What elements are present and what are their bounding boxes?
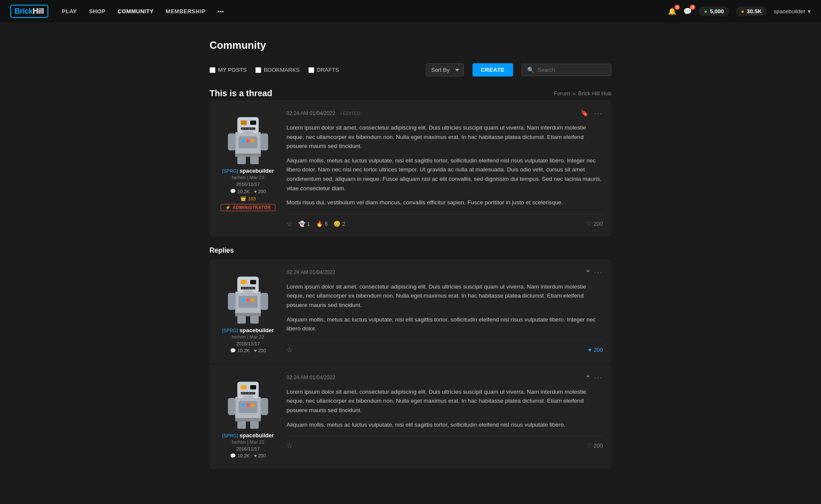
svg-point-14 — [246, 139, 250, 142]
search-input[interactable] — [537, 67, 606, 73]
nav-play[interactable]: PLAY — [62, 8, 77, 15]
fire-emoji: 🔥 — [316, 221, 323, 227]
coins-icon: ● — [741, 8, 744, 15]
quote-button-2[interactable]: ❝ — [586, 373, 590, 382]
more-options-button-2[interactable]: ··· — [594, 373, 603, 382]
svg-rect-47 — [245, 392, 247, 394]
main-post-like-count[interactable]: ♡ 200 — [586, 221, 603, 227]
reply-1-body: 02:24 AM 01/04/2022 ❝ ··· Lorem ipsum do… — [286, 268, 603, 355]
svg-rect-48 — [248, 392, 250, 394]
admin-icon: ⚡ — [225, 205, 231, 210]
svg-rect-25 — [250, 280, 256, 284]
chevron-down-icon: ▾ — [808, 8, 811, 15]
bricks-value: 5,000 — [710, 8, 724, 15]
svg-rect-57 — [228, 398, 236, 415]
reply-2-avatar-svg — [224, 373, 272, 429]
breadcrumb-forum[interactable]: Forum — [554, 90, 570, 97]
svg-rect-9 — [245, 128, 247, 130]
nav-shop[interactable]: SHOP — [89, 8, 106, 15]
star-button-1[interactable]: ☆ — [286, 346, 292, 354]
reply-2: [SPRG] spacebuilder he/him | Mar 22 2016… — [210, 365, 611, 469]
svg-rect-46 — [242, 392, 244, 394]
svg-rect-24 — [241, 280, 247, 284]
svg-rect-56 — [250, 421, 259, 429]
my-posts-filter[interactable]: MY POSTS — [210, 67, 247, 73]
heart-filled-icon: ♥ — [588, 347, 592, 353]
svg-rect-8 — [242, 128, 244, 130]
svg-rect-27 — [242, 287, 244, 289]
breadcrumb-hub[interactable]: Brick Hill Hub — [578, 90, 611, 97]
chat-notification-button[interactable]: 💬 3 — [683, 7, 692, 15]
create-button[interactable]: CREATE — [473, 63, 513, 77]
ghost-reaction[interactable]: 👻 1 — [298, 221, 310, 227]
more-options-button-1[interactable]: ··· — [594, 268, 603, 277]
svg-rect-54 — [235, 418, 261, 421]
quote-button-1[interactable]: ❝ — [586, 268, 590, 277]
reply-2-like-count[interactable]: ♡ 200 — [586, 442, 603, 449]
main-post-username: [SPRG] spacebuilder — [222, 168, 274, 174]
svg-rect-19 — [228, 133, 236, 150]
avatar-svg — [224, 109, 272, 164]
svg-rect-30 — [251, 287, 253, 289]
search-icon: 🔍 — [527, 67, 534, 73]
reply-2-stats: 💬 10.2K ♥ 200 — [230, 453, 266, 459]
star-button-2[interactable]: ☆ — [286, 442, 292, 450]
reply-2-like-number: 200 — [594, 442, 603, 449]
nav-right: 🔔 5 💬 3 ● 5,000 ● 30.5K spacebuilder ▾ — [668, 6, 811, 16]
svg-rect-58 — [260, 398, 268, 415]
main-post-join-date: 2016/11/17 — [236, 182, 260, 187]
bookmarks-checkbox[interactable] — [255, 67, 261, 73]
logo-hill: Hill — [33, 7, 44, 15]
posts-stat: 💬 10.2K — [230, 189, 250, 194]
nav-community[interactable]: COMMUNITY — [118, 8, 154, 15]
reply-2-text: Lorem ipsum dolor sit amet, consectetur … — [286, 387, 603, 429]
drafts-filter[interactable]: DRAFTS — [308, 67, 339, 73]
main-post-user-meta: he/him | Mar 22 — [232, 175, 264, 180]
main-post-para-2: Aliquam mollis, metus ac luctus vulputat… — [286, 156, 603, 193]
breadcrumb-separator: » — [573, 90, 576, 97]
username-nav: spacebuilder — [774, 8, 805, 15]
logo[interactable]: BrickHill — [10, 5, 48, 18]
smile-reaction[interactable]: 😊 2 — [334, 221, 345, 227]
star-button[interactable]: ☆ — [286, 220, 292, 228]
nav-more[interactable]: ••• — [218, 8, 224, 15]
ghost-count: 1 — [307, 221, 310, 227]
fire-reaction[interactable]: 🔥 6 — [316, 221, 328, 227]
user-menu[interactable]: spacebuilder ▾ — [774, 8, 811, 15]
reply-1-avatar-svg — [224, 268, 272, 324]
reply-2-username: [SPRG] spacebuilder — [222, 432, 274, 439]
reply-1-posts: 💬 10.2K — [230, 348, 250, 354]
heart-icon: ♡ — [586, 221, 591, 227]
reply-2-time: 02:24 AM 01/04/2022 — [286, 374, 335, 380]
svg-point-34 — [251, 298, 254, 302]
reply-1-para-1: Lorem ipsum dolor sit amet, consectetur … — [286, 282, 603, 310]
reply-1-like-count[interactable]: ♥ 200 — [588, 347, 603, 353]
drafts-label: DRAFTS — [317, 67, 339, 73]
hearts-stat: ♥ 200 — [254, 189, 266, 194]
svg-rect-20 — [260, 133, 268, 150]
sort-by-select[interactable]: Sort By Newest Oldest Popular — [426, 63, 464, 77]
my-posts-checkbox[interactable] — [210, 67, 216, 73]
reply-2-meta-row: 02:24 AM 01/04/2022 ❝ ··· — [286, 373, 603, 382]
main-post-avatar — [224, 109, 272, 164]
svg-rect-29 — [248, 287, 250, 289]
reply-1-text: Lorem ipsum dolor sit amet, consectetur … — [286, 282, 603, 333]
crown-count: 163 — [248, 196, 256, 201]
reply-1-stats: 💬 10.2K ♥ 200 — [230, 348, 266, 354]
reply-2-para-1: Lorem ipsum dolor sit amet, consectetur … — [286, 387, 603, 415]
svg-point-53 — [251, 404, 254, 407]
reply-1-like-number: 200 — [594, 347, 603, 353]
coins-value: 30.5K — [747, 8, 762, 15]
more-options-button[interactable]: ··· — [594, 109, 603, 118]
bell-notification-button[interactable]: 🔔 5 — [668, 7, 676, 15]
svg-point-32 — [242, 298, 245, 302]
bookmarks-filter[interactable]: BOOKMARKS — [255, 67, 300, 73]
bookmark-button[interactable]: 🔖 — [580, 109, 590, 118]
bricks-currency: ● 5,000 — [699, 6, 729, 16]
nav-membership[interactable]: MEMBERSHIP — [166, 8, 206, 15]
reply-1-username: [SPRG] spacebuilder — [222, 327, 274, 333]
reply-1-join-date: 2016/11/17 — [236, 341, 260, 346]
ghost-emoji: 👻 — [298, 221, 305, 227]
svg-rect-16 — [235, 153, 261, 157]
drafts-checkbox[interactable] — [308, 67, 314, 73]
